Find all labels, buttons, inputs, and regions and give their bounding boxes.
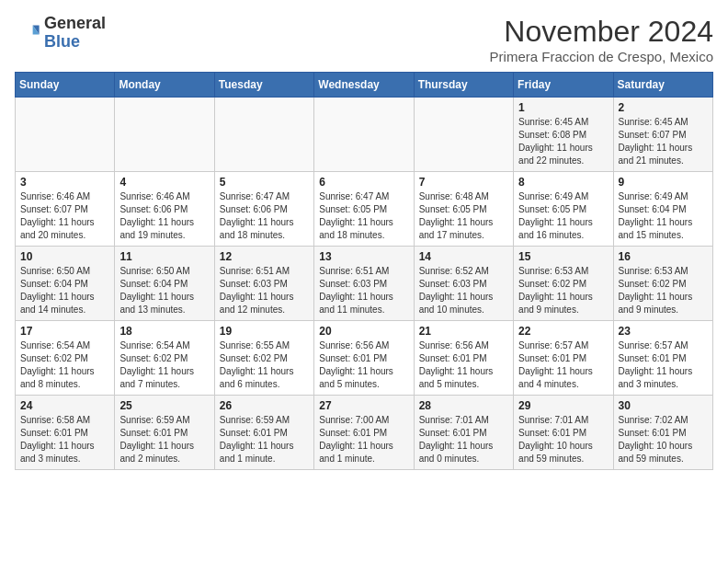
- day-info: Sunrise: 6:54 AMSunset: 6:02 PMDaylight:…: [20, 339, 109, 391]
- calendar-cell: 5Sunrise: 6:47 AMSunset: 6:06 PMDaylight…: [214, 172, 313, 247]
- calendar-table: SundayMondayTuesdayWednesdayThursdayFrid…: [15, 72, 713, 470]
- weekday-header-thursday: Thursday: [414, 73, 513, 98]
- calendar-cell: 6Sunrise: 6:47 AMSunset: 6:05 PMDaylight…: [314, 172, 414, 247]
- calendar-week-row: 17Sunrise: 6:54 AMSunset: 6:02 PMDayligh…: [16, 321, 713, 396]
- weekday-header-tuesday: Tuesday: [214, 73, 313, 98]
- day-number: 28: [419, 399, 508, 412]
- day-number: 15: [518, 250, 608, 263]
- day-info: Sunrise: 6:46 AMSunset: 6:07 PMDaylight:…: [20, 190, 109, 242]
- logo: General Blue: [15, 15, 106, 52]
- calendar-cell: 10Sunrise: 6:50 AMSunset: 6:04 PMDayligh…: [16, 247, 115, 321]
- location-subtitle: Primera Fraccion de Crespo, Mexico: [490, 49, 713, 64]
- day-info: Sunrise: 7:00 AMSunset: 6:01 PMDaylight:…: [319, 414, 408, 465]
- weekday-header-wednesday: Wednesday: [314, 73, 414, 98]
- day-info: Sunrise: 6:50 AMSunset: 6:04 PMDaylight:…: [20, 265, 109, 316]
- calendar-cell: 30Sunrise: 7:02 AMSunset: 6:01 PMDayligh…: [613, 396, 712, 470]
- day-info: Sunrise: 6:59 AMSunset: 6:01 PMDaylight:…: [119, 414, 209, 465]
- day-number: 17: [20, 325, 109, 338]
- calendar-week-row: 10Sunrise: 6:50 AMSunset: 6:04 PMDayligh…: [16, 247, 713, 321]
- day-info: Sunrise: 7:01 AMSunset: 6:01 PMDaylight:…: [419, 414, 508, 465]
- day-info: Sunrise: 6:48 AMSunset: 6:05 PMDaylight:…: [419, 190, 508, 242]
- calendar-cell: [16, 98, 115, 172]
- calendar-cell: [214, 98, 313, 172]
- calendar-cell: 8Sunrise: 6:49 AMSunset: 6:05 PMDaylight…: [514, 172, 613, 247]
- calendar-cell: 28Sunrise: 7:01 AMSunset: 6:01 PMDayligh…: [414, 396, 513, 470]
- day-number: 3: [20, 176, 109, 189]
- day-number: 23: [619, 325, 708, 338]
- day-number: 7: [419, 176, 508, 189]
- calendar-cell: 13Sunrise: 6:51 AMSunset: 6:03 PMDayligh…: [314, 247, 414, 321]
- calendar-cell: 27Sunrise: 7:00 AMSunset: 6:01 PMDayligh…: [314, 396, 414, 470]
- day-info: Sunrise: 6:59 AMSunset: 6:01 PMDaylight:…: [220, 414, 309, 465]
- day-info: Sunrise: 6:47 AMSunset: 6:05 PMDaylight:…: [319, 190, 408, 242]
- day-info: Sunrise: 6:52 AMSunset: 6:03 PMDaylight:…: [419, 265, 508, 316]
- day-info: Sunrise: 6:49 AMSunset: 6:05 PMDaylight:…: [518, 190, 608, 242]
- day-number: 9: [619, 176, 708, 189]
- day-number: 26: [220, 399, 309, 412]
- logo-blue-text: Blue: [44, 33, 106, 52]
- day-number: 2: [619, 101, 708, 114]
- calendar-cell: 17Sunrise: 6:54 AMSunset: 6:02 PMDayligh…: [16, 321, 115, 396]
- day-number: 16: [619, 250, 708, 263]
- day-number: 24: [20, 399, 109, 412]
- day-info: Sunrise: 6:50 AMSunset: 6:04 PMDaylight:…: [119, 265, 209, 316]
- day-info: Sunrise: 6:57 AMSunset: 6:01 PMDaylight:…: [619, 339, 708, 391]
- day-number: 12: [220, 250, 309, 263]
- calendar-week-row: 3Sunrise: 6:46 AMSunset: 6:07 PMDaylight…: [16, 172, 713, 247]
- day-info: Sunrise: 6:46 AMSunset: 6:06 PMDaylight:…: [119, 190, 209, 242]
- day-number: 11: [119, 250, 209, 263]
- day-info: Sunrise: 7:02 AMSunset: 6:01 PMDaylight:…: [619, 414, 708, 465]
- calendar-cell: 24Sunrise: 6:58 AMSunset: 6:01 PMDayligh…: [16, 396, 115, 470]
- day-number: 6: [319, 176, 408, 189]
- day-number: 19: [220, 325, 309, 338]
- day-number: 22: [518, 325, 608, 338]
- day-info: Sunrise: 6:58 AMSunset: 6:01 PMDaylight:…: [20, 414, 109, 465]
- day-number: 29: [518, 399, 608, 412]
- calendar-cell: 2Sunrise: 6:45 AMSunset: 6:07 PMDaylight…: [613, 98, 712, 172]
- day-info: Sunrise: 6:56 AMSunset: 6:01 PMDaylight:…: [419, 339, 508, 391]
- calendar-cell: 16Sunrise: 6:53 AMSunset: 6:02 PMDayligh…: [613, 247, 712, 321]
- calendar-cell: 3Sunrise: 6:46 AMSunset: 6:07 PMDaylight…: [16, 172, 115, 247]
- calendar-cell: [414, 98, 513, 172]
- day-info: Sunrise: 6:56 AMSunset: 6:01 PMDaylight:…: [319, 339, 408, 391]
- calendar-cell: 7Sunrise: 6:48 AMSunset: 6:05 PMDaylight…: [414, 172, 513, 247]
- calendar-cell: 11Sunrise: 6:50 AMSunset: 6:04 PMDayligh…: [115, 247, 214, 321]
- logo-general-text: General: [44, 15, 106, 33]
- calendar-cell: 4Sunrise: 6:46 AMSunset: 6:06 PMDaylight…: [115, 172, 214, 247]
- logo-icon: [15, 20, 40, 46]
- weekday-header-saturday: Saturday: [613, 73, 712, 98]
- day-number: 4: [119, 176, 209, 189]
- calendar-cell: [115, 98, 214, 172]
- weekday-header-friday: Friday: [514, 73, 613, 98]
- day-number: 8: [518, 176, 608, 189]
- day-info: Sunrise: 6:57 AMSunset: 6:01 PMDaylight:…: [518, 339, 608, 391]
- day-info: Sunrise: 6:55 AMSunset: 6:02 PMDaylight:…: [220, 339, 309, 391]
- day-info: Sunrise: 6:45 AMSunset: 6:08 PMDaylight:…: [518, 116, 608, 167]
- page-header: General Blue November 2024 Primera Fracc…: [15, 15, 713, 64]
- calendar-cell: 23Sunrise: 6:57 AMSunset: 6:01 PMDayligh…: [613, 321, 712, 396]
- calendar-cell: 25Sunrise: 6:59 AMSunset: 6:01 PMDayligh…: [115, 396, 214, 470]
- calendar-cell: [314, 98, 414, 172]
- calendar-week-row: 1Sunrise: 6:45 AMSunset: 6:08 PMDaylight…: [16, 98, 713, 172]
- calendar-cell: 19Sunrise: 6:55 AMSunset: 6:02 PMDayligh…: [214, 321, 313, 396]
- day-number: 1: [518, 101, 608, 114]
- day-number: 18: [119, 325, 209, 338]
- day-number: 13: [319, 250, 408, 263]
- month-title: November 2024: [490, 15, 713, 49]
- day-info: Sunrise: 6:53 AMSunset: 6:02 PMDaylight:…: [518, 265, 608, 316]
- calendar-cell: 26Sunrise: 6:59 AMSunset: 6:01 PMDayligh…: [214, 396, 313, 470]
- calendar-cell: 18Sunrise: 6:54 AMSunset: 6:02 PMDayligh…: [115, 321, 214, 396]
- calendar-cell: 21Sunrise: 6:56 AMSunset: 6:01 PMDayligh…: [414, 321, 513, 396]
- calendar-cell: 1Sunrise: 6:45 AMSunset: 6:08 PMDaylight…: [514, 98, 613, 172]
- day-number: 21: [419, 325, 508, 338]
- day-info: Sunrise: 6:49 AMSunset: 6:04 PMDaylight:…: [619, 190, 708, 242]
- day-info: Sunrise: 6:51 AMSunset: 6:03 PMDaylight:…: [220, 265, 309, 316]
- title-block: November 2024 Primera Fraccion de Crespo…: [490, 15, 713, 64]
- calendar-cell: 14Sunrise: 6:52 AMSunset: 6:03 PMDayligh…: [414, 247, 513, 321]
- day-info: Sunrise: 6:47 AMSunset: 6:06 PMDaylight:…: [220, 190, 309, 242]
- calendar-cell: 20Sunrise: 6:56 AMSunset: 6:01 PMDayligh…: [314, 321, 414, 396]
- calendar-cell: 15Sunrise: 6:53 AMSunset: 6:02 PMDayligh…: [514, 247, 613, 321]
- calendar-cell: 22Sunrise: 6:57 AMSunset: 6:01 PMDayligh…: [514, 321, 613, 396]
- day-number: 20: [319, 325, 408, 338]
- calendar-week-row: 24Sunrise: 6:58 AMSunset: 6:01 PMDayligh…: [16, 396, 713, 470]
